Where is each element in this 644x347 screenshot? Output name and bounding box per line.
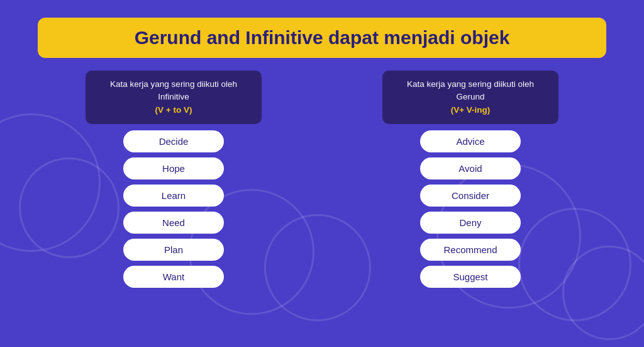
pill-want: Want [123, 266, 224, 288]
pill-consider: Consider [420, 185, 521, 207]
pill-hope: Hope [123, 157, 224, 179]
title-banner: Gerund and Infinitive dapat menjadi obje… [38, 18, 606, 58]
gerund-header-text: Kata kerja yang sering diikuti oleh Geru… [407, 79, 534, 101]
infinitive-header: Kata kerja yang sering diikuti oleh Infi… [86, 71, 262, 124]
gerund-pills: Advice Avoid Consider Deny Recommend Sug… [335, 130, 606, 288]
pill-need: Need [123, 212, 224, 234]
pill-suggest: Suggest [420, 266, 521, 288]
pill-plan: Plan [123, 239, 224, 261]
pill-avoid: Avoid [420, 157, 521, 179]
gerund-column: Kata kerja yang sering diikuti oleh Geru… [335, 71, 606, 288]
page-title: Gerund and Infinitive dapat menjadi obje… [58, 26, 586, 49]
pill-deny: Deny [420, 212, 521, 234]
pill-learn: Learn [123, 185, 224, 207]
infinitive-header-highlight: (V + to V) [155, 105, 192, 115]
gerund-header-highlight: (V+ V-ing) [451, 105, 491, 115]
pill-advice: Advice [420, 130, 521, 152]
infinitive-pills: Decide Hope Learn Need Plan Want [38, 130, 309, 288]
columns-layout: Kata kerja yang sering diikuti oleh Infi… [38, 71, 606, 288]
pill-decide: Decide [123, 130, 224, 152]
infinitive-column: Kata kerja yang sering diikuti oleh Infi… [38, 71, 309, 288]
main-container: Gerund and Infinitive dapat menjadi obje… [0, 0, 644, 347]
infinitive-header-text: Kata kerja yang sering diikuti oleh Infi… [110, 79, 237, 101]
pill-recommend: Recommend [420, 239, 521, 261]
gerund-header: Kata kerja yang sering diikuti oleh Geru… [382, 71, 558, 124]
